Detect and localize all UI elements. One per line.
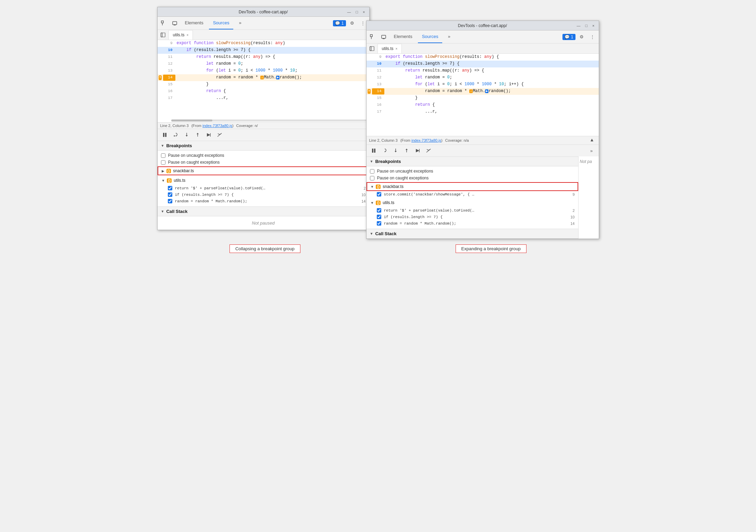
sidebar-toggle-left[interactable]	[159, 31, 167, 39]
tab-sources-right[interactable]: Sources	[418, 30, 443, 43]
cursor-position-left: Line 2, Column 3	[160, 124, 189, 128]
nav-badge-right[interactable]: 💬 1	[562, 34, 575, 40]
bp-checkbox-utils-2-left[interactable]	[168, 199, 172, 203]
breakpoints-triangle-left: ▼	[161, 144, 164, 148]
more-debug-right[interactable]: »	[587, 146, 596, 155]
svg-marker-30	[406, 149, 408, 150]
bp-group-header-utils-right[interactable]: ▼ {} utils.ts	[367, 198, 578, 207]
tab-elements-left[interactable]: Elements	[181, 17, 208, 29]
maximize-btn-left[interactable]: □	[354, 10, 359, 14]
bp-checkbox-utils-0-left[interactable]	[168, 186, 172, 190]
step-btn-right[interactable]	[413, 146, 422, 155]
code-line-13-left: 13 for (let i = 0; i < 1000 * 1000 * 10;	[158, 67, 369, 74]
devtools-window-right: DevTools - coffee-cart.app/ — □ × Elemen…	[366, 21, 599, 239]
code-line-9-left: 9 export function slowProcessing(results…	[158, 40, 369, 47]
pause-uncaught-checkbox-left[interactable]	[161, 153, 165, 158]
bp-linenum-utils-1-left: 10	[361, 193, 365, 197]
bp-checkbox-utils-1-left[interactable]	[168, 192, 172, 197]
tab-sources-left[interactable]: Sources	[209, 17, 234, 29]
file-tab-utils-left[interactable]: utils.ts ×	[169, 30, 193, 40]
bp-group-header-snackbar-right[interactable]: ▼ {} snackbar.ts	[367, 182, 578, 191]
code-line-11-right: 11 return results.map((r: any) => {	[367, 67, 599, 74]
bp-code-utils-2-left: random = random * Math.random();	[175, 199, 247, 203]
close-tab-right[interactable]: ×	[396, 47, 398, 51]
close-btn-left[interactable]: ×	[361, 10, 366, 14]
bp-arrow-snackbar-right: ▼	[371, 185, 374, 189]
bp-group-utils-left: ▼ {} utils.ts return '$' + parseFloat(va…	[158, 176, 369, 204]
collapse-btn-right[interactable]	[588, 137, 596, 143]
tab-elements-right[interactable]: Elements	[390, 30, 417, 43]
pause-uncaught-label-right: Pause on uncaught exceptions	[377, 169, 433, 174]
pause-btn-left[interactable]	[160, 130, 169, 139]
step-into-btn-right[interactable]	[391, 146, 400, 155]
scrollbar-left[interactable]	[171, 119, 369, 122]
pause-uncaught-checkbox-right[interactable]	[370, 169, 374, 174]
source-link-left[interactable]: index-73f73a80.js	[202, 124, 232, 128]
nav-badge-left[interactable]: 💬 1	[333, 20, 346, 26]
breakpoints-panel-left: ▼ Breakpoints Pause on uncaught exceptio…	[158, 141, 369, 206]
bp-linenum-utils-0-right: 2	[572, 208, 574, 213]
device-icon-left[interactable]	[170, 18, 179, 28]
inspect-icon-right[interactable]	[368, 32, 377, 42]
bp-arrow-snackbar-left: ▶	[162, 169, 164, 173]
device-icon-right[interactable]	[379, 32, 388, 42]
pause-uncaught-right: Pause on uncaught exceptions	[367, 168, 578, 175]
nav-bar-left: Elements Sources » 💬 1 ⚙ ⋮	[158, 17, 369, 30]
pause-caught-checkbox-right[interactable]	[370, 176, 374, 180]
bp-checkbox-snackbar-0-right[interactable]	[377, 192, 381, 197]
coverage-left: Coverage: n/	[236, 124, 258, 128]
not-paused-right: Not pa	[578, 156, 599, 239]
deactivate-btn-left[interactable]	[215, 130, 224, 139]
from-text-left: (From index-73f73a80.js)	[191, 124, 234, 128]
svg-rect-5	[161, 33, 165, 37]
settings-icon-right[interactable]: ⚙	[577, 32, 586, 42]
close-btn-right[interactable]: ×	[591, 24, 596, 28]
label-right: Expanding a breakpoint group	[456, 244, 526, 253]
close-tab-left[interactable]: ×	[187, 33, 189, 37]
bp-group-header-snackbar-left[interactable]: ▶ {} snackbar.ts	[158, 166, 369, 175]
bp-checkbox-utils-2-right[interactable]	[377, 221, 381, 226]
step-over-btn-right[interactable]	[380, 146, 389, 155]
step-into-btn-left[interactable]	[182, 130, 191, 139]
deactivate-btn-right[interactable]	[424, 146, 433, 155]
status-bar-right: Line 2, Column 3 (From index-73f73a80.js…	[367, 136, 599, 144]
step-out-btn-left[interactable]	[193, 130, 202, 139]
call-stack-title-left: Call Stack	[166, 209, 187, 214]
inspect-icon-left[interactable]	[159, 18, 169, 28]
pause-uncaught-label-left: Pause on uncaught exceptions	[168, 153, 224, 158]
call-stack-header-left[interactable]: ▼ Call Stack	[158, 207, 369, 216]
pause-btn-right[interactable]	[369, 146, 378, 155]
minimize-btn-right[interactable]: —	[575, 24, 582, 28]
source-link-right[interactable]: index-73f73a80.js	[411, 138, 441, 142]
step-over-btn-left[interactable]	[171, 130, 180, 139]
step-out-btn-right[interactable]	[402, 146, 411, 155]
bp-checkbox-utils-1-right[interactable]	[377, 215, 381, 219]
settings-icon-left[interactable]: ⚙	[347, 18, 357, 28]
breakpoints-header-left[interactable]: ▼ Breakpoints	[158, 141, 369, 151]
bp-item-snackbar-0-right: store.commit('snackbar/showMessage', { ……	[367, 191, 578, 198]
tab-more-right[interactable]: »	[444, 30, 454, 43]
code-line-12-right: 12 let random = 0;	[367, 74, 599, 81]
step-btn-left[interactable]	[204, 130, 213, 139]
svg-marker-12	[186, 135, 188, 137]
svg-marker-28	[395, 151, 397, 152]
minimize-btn-left[interactable]: —	[346, 10, 352, 14]
more-options-right[interactable]: ⋮	[588, 32, 597, 42]
devtools-window-left: DevTools - coffee-cart.app/ — □ × Elemen…	[157, 7, 370, 230]
sidebar-toggle-right[interactable]	[368, 45, 376, 53]
breakpoints-header-right[interactable]: ▼ Breakpoints	[367, 157, 578, 166]
svg-rect-22	[370, 47, 374, 51]
tab-more-left[interactable]: »	[235, 17, 245, 29]
svg-rect-3	[174, 25, 176, 25]
code-line-10-left: 10 if (results.length >= 7) {	[158, 47, 369, 54]
status-bar-left: Line 2, Column 3 (From index-73f73a80.js…	[158, 122, 369, 129]
file-tab-utils-right[interactable]: utils.ts ×	[377, 44, 402, 53]
line-marker-9-left	[158, 40, 163, 47]
pause-caught-checkbox-left[interactable]	[161, 160, 165, 165]
maximize-btn-right[interactable]: □	[584, 24, 589, 28]
bp-group-header-utils-left[interactable]: ▼ {} utils.ts	[158, 176, 369, 185]
scrollbar-thumb-left[interactable]	[171, 119, 212, 122]
call-stack-header-right[interactable]: ▼ Call Stack	[367, 229, 578, 239]
bp-checkbox-utils-0-right[interactable]	[377, 208, 381, 213]
pause-caught-right: Pause on caught exceptions	[367, 175, 578, 181]
